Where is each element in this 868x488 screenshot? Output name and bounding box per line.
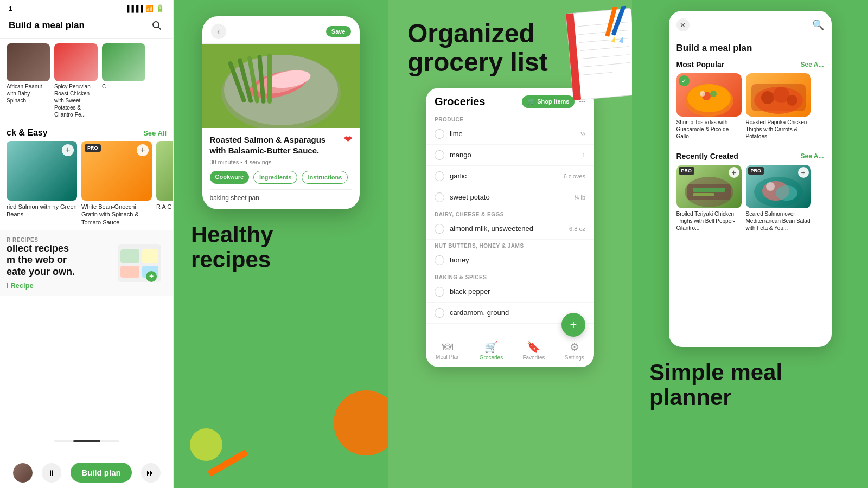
- svg-point-50: [766, 182, 775, 191]
- nav-meal-plan-label: Meal Plan: [436, 354, 459, 360]
- collect-text: R RECIPES ollect recipes m the web or ea…: [7, 237, 75, 290]
- grocery-item-mango[interactable]: mango 1: [426, 145, 594, 166]
- checkbox-sweet-potato[interactable]: [435, 192, 444, 202]
- category-dairy: DAIRY, CHEESE & EGGS: [426, 208, 594, 219]
- mockup-header: ‹ Save: [202, 16, 360, 44]
- collect-link[interactable]: l Recipe: [7, 281, 75, 290]
- popular-recipe-img-2: [746, 73, 811, 117]
- svg-rect-46: [693, 193, 714, 196]
- recipe-card-1[interactable]: + ried Salmon with ny Green Beans: [7, 141, 77, 226]
- grocery-item-honey[interactable]: honey: [426, 250, 594, 271]
- grocery-item-left-sweet-potato: sweet potato: [435, 192, 490, 202]
- grocery-item-almond-milk[interactable]: almond milk, unsweetened 6.8 oz: [426, 219, 594, 240]
- recently-created-header: Recently Created See A...: [676, 152, 824, 160]
- recipe-card-3[interactable]: R A G: [156, 141, 173, 226]
- save-button[interactable]: Save: [326, 26, 351, 37]
- svg-line-1: [158, 27, 161, 29]
- item-name-garlic: garlic: [450, 172, 467, 180]
- nav-favorites-label: Favorites: [522, 355, 545, 361]
- recent-recipe-img-1: PRO +: [676, 165, 742, 208]
- nav-settings[interactable]: ⚙ Settings: [565, 341, 584, 361]
- checkbox-lime[interactable]: [435, 129, 444, 139]
- popular-recipe-name-2: Roasted Paprika Chicken Thighs with Carr…: [746, 119, 811, 140]
- svg-text:+: +: [149, 272, 154, 280]
- popular-recipe-2[interactable]: Roasted Paprika Chicken Thighs with Carr…: [746, 73, 811, 140]
- recent-recipe-name-1: Broiled Teriyaki Chicken Thighs with Bel…: [676, 210, 742, 232]
- recently-created-section: Recently Created See A... PRO +: [669, 149, 832, 234]
- add-recipe-icon-2[interactable]: +: [137, 144, 149, 156]
- popular-recipe-1[interactable]: ✓ Shrimp Tostadas with Guacamole & Pico …: [676, 73, 742, 140]
- checkbox-mango[interactable]: [435, 150, 444, 160]
- svg-point-40: [761, 91, 774, 104]
- quick-easy-see-all[interactable]: See All: [143, 129, 167, 137]
- nav-meal-plan[interactable]: 🍽 Meal Plan: [436, 341, 459, 361]
- recipe-thumb-3[interactable]: C: [102, 43, 145, 118]
- add-recent-2[interactable]: +: [798, 167, 809, 178]
- item-qty-mango: 1: [582, 152, 585, 158]
- checkbox-almond-milk[interactable]: [435, 224, 444, 234]
- svg-rect-45: [693, 188, 725, 192]
- most-popular-see-all[interactable]: See A...: [801, 61, 824, 68]
- search-button[interactable]: [149, 18, 164, 33]
- grocery-item-left-cardamom: cardamom, ground: [435, 308, 509, 318]
- close-button[interactable]: ✕: [676, 18, 690, 31]
- phone-search-bar: Build a meal plan: [0, 15, 173, 39]
- tab-instructions[interactable]: Instructions: [302, 171, 348, 184]
- pro-badge-recent-1: PRO: [679, 167, 695, 175]
- deco-lime: [190, 428, 222, 461]
- most-popular-header: Most Popular See A...: [676, 60, 824, 69]
- svg-rect-19: [267, 54, 272, 104]
- recipe-phone-mockup: ‹ Save: [202, 16, 360, 209]
- grocery-item-black-pepper[interactable]: black pepper: [426, 281, 594, 303]
- item-name-cardamom: cardamom, ground: [450, 309, 509, 317]
- status-bar: 1 ▐▐▐▐ 📶 🔋: [0, 0, 173, 15]
- checkbox-cardamom[interactable]: [435, 308, 444, 318]
- grocery-item-left-lime: lime: [435, 129, 463, 139]
- checkbox-garlic[interactable]: [435, 171, 444, 181]
- search-icon[interactable]: 🔍: [812, 19, 824, 31]
- recipe-thumb-1[interactable]: African Peanut with Baby Spinach: [7, 43, 50, 118]
- skip-button[interactable]: ⏭: [141, 463, 161, 483]
- add-recipe-icon-1[interactable]: +: [62, 144, 74, 156]
- grocery-item-garlic[interactable]: garlic 6 cloves: [426, 166, 594, 187]
- tab-cookware[interactable]: Cookware: [210, 171, 250, 184]
- pause-button[interactable]: ⏸: [42, 463, 61, 483]
- recent-recipe-2[interactable]: PRO + Seared Salmon over Mediterranean B…: [746, 165, 811, 232]
- recently-created-title: Recently Created: [676, 152, 738, 160]
- recipe-thumb-label-1: African Peanut with Baby Spinach: [7, 83, 50, 104]
- add-recent-1[interactable]: +: [729, 167, 739, 178]
- most-popular-title: Most Popular: [676, 60, 725, 69]
- panel-healthy-recipes: ‹ Save: [174, 0, 388, 488]
- nav-groceries[interactable]: 🛒 Groceries: [480, 341, 503, 361]
- grocery-item-sweet-potato[interactable]: sweet potato ¾ lb: [426, 187, 594, 208]
- popular-recipe-name-1: Shrimp Tostadas with Guacamole & Pico de…: [676, 119, 742, 140]
- nav-groceries-label: Groceries: [480, 355, 503, 361]
- tab-ingredients[interactable]: Ingredients: [253, 171, 297, 184]
- quick-easy-title: ck & Easy: [7, 128, 48, 138]
- svg-rect-3: [120, 249, 139, 263]
- shop-items-label: Shop Items: [537, 98, 569, 105]
- build-plan-button[interactable]: Build plan: [71, 463, 132, 483]
- svg-rect-5: [120, 266, 139, 278]
- recipe-tabs: Cookware Ingredients Instructions: [210, 171, 352, 184]
- cookware-info: baking sheet pan: [210, 189, 352, 202]
- grocery-item-lime[interactable]: lime ½: [426, 124, 594, 145]
- checkbox-honey[interactable]: [435, 255, 444, 265]
- healthy-recipes-label: Healthyrecipes: [174, 209, 388, 285]
- recently-created-see-all[interactable]: See A...: [801, 152, 824, 160]
- shop-items-button[interactable]: 🛒 Shop Items: [522, 95, 575, 108]
- nav-favorites[interactable]: 🔖 Favorites: [522, 341, 545, 361]
- groceries-title: Groceries: [435, 95, 485, 108]
- checkbox-black-pepper[interactable]: [435, 287, 444, 297]
- signal-icon: ▐▐▐▐: [125, 5, 143, 12]
- recent-recipe-1[interactable]: PRO + Broiled Teriyaki Chicken Thighs wi…: [676, 165, 742, 232]
- recipe-card-2[interactable]: PRO + White Bean-Gnocchi Gratin with Spi…: [81, 141, 152, 226]
- grocery-item-left-black-pepper: black pepper: [435, 287, 490, 297]
- add-item-fab[interactable]: +: [561, 313, 585, 337]
- recipe-thumb-2[interactable]: Spicy Peruvian Roast Chicken with Sweet …: [54, 43, 98, 118]
- collect-section: R RECIPES ollect recipes m the web or ea…: [0, 230, 173, 296]
- heart-icon[interactable]: ❤: [344, 133, 352, 145]
- back-button[interactable]: ‹: [211, 24, 226, 39]
- recipe-card-name-3: R A G: [156, 203, 173, 210]
- pro-badge-2: PRO: [85, 144, 101, 152]
